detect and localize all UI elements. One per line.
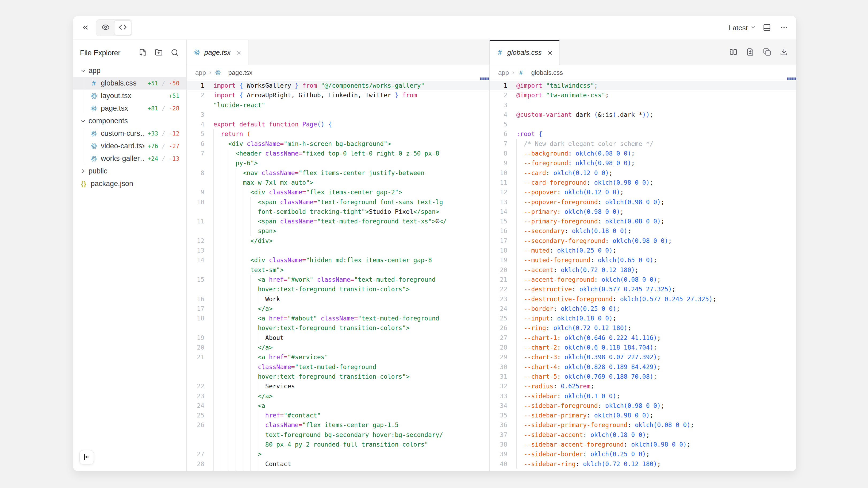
code-toggle-button[interactable] (114, 20, 131, 35)
breadcrumb-file[interactable]: page.tsx (228, 69, 252, 76)
close-tab-icon[interactable] (236, 50, 242, 55)
tree-item-works-galler-[interactable]: works-galler…+24 / -13 (73, 152, 186, 165)
code-line-wrap: hover:text-foreground transition-colors"… (187, 372, 489, 381)
file-diff-icon[interactable] (746, 48, 754, 57)
split-view-icon[interactable] (730, 48, 737, 57)
code-line: 9--foreground: oklch(0.98 0 0); (490, 158, 796, 168)
version-dropdown[interactable]: Latest (729, 24, 756, 32)
line-number: 6 (187, 139, 213, 149)
code-editor-page-tsx[interactable]: 1import { WorksGallery } from "@/compone… (187, 80, 489, 471)
breadcrumb-folder[interactable]: app (195, 69, 206, 76)
line-number (187, 430, 213, 440)
preview-toggle-button[interactable] (97, 20, 114, 35)
tab-label: globals.css (507, 48, 542, 57)
file-explorer-sidebar: File Explorer app#globals.css+51 / -50la… (73, 40, 187, 471)
code-line: 27> (187, 449, 489, 459)
code-editor-globals-css[interactable]: 1@import "tailwindcss";2@import "tw-anim… (490, 80, 796, 471)
line-number: 22 (490, 284, 516, 294)
code-line: 37--sidebar-accent: oklch(0.18 0 0); (490, 430, 796, 440)
file-name: package.json (91, 180, 133, 188)
new-folder-button[interactable] (154, 48, 163, 58)
code-line: 11--card-foreground: oklch(0.98 0 0); (490, 178, 796, 187)
line-number: 12 (490, 187, 516, 197)
line-number: 1 (187, 81, 213, 90)
code-line: 17--secondary-foreground: oklch(0.98 0 0… (490, 236, 796, 246)
new-file-button[interactable] (138, 48, 147, 58)
line-number: 20 (187, 343, 213, 352)
css-icon: # (517, 69, 525, 76)
code-line: 3 (490, 100, 796, 110)
code-line: 15--primary-foreground: oklch(0.08 0 0); (490, 217, 796, 226)
file-explorer-title: File Explorer (80, 49, 131, 57)
line-number: 27 (490, 333, 516, 343)
copy-icon[interactable] (763, 48, 771, 57)
tab-globals-css[interactable]: # globals.css (490, 40, 560, 65)
line-number: 3 (490, 100, 516, 110)
line-number: 17 (187, 304, 213, 314)
file-name: video-card.tsx (101, 142, 145, 150)
tabbar-globals: # globals.css (490, 40, 796, 65)
more-options-button[interactable] (778, 21, 790, 34)
close-tab-icon[interactable] (547, 50, 553, 55)
code-line: 31--chart-5: oklch(0.769 0.188 70.08); (490, 372, 796, 381)
new-file-icon (139, 48, 147, 57)
breadcrumb-folder[interactable]: app (498, 69, 509, 76)
react-icon (90, 105, 98, 112)
code-line-wrap: py-6"> (187, 158, 489, 168)
line-number: 32 (490, 381, 516, 391)
scroll-indicator[interactable] (787, 77, 796, 80)
code-line: 20</a> (187, 343, 489, 352)
code-line: 32--radius: 0.625rem; (490, 381, 796, 391)
code-line-wrap: text-foreground bg-secondary hover:bg-se… (187, 430, 489, 440)
code-icon (119, 23, 127, 32)
code-line: 7/* New dark elegant color scheme */ (490, 139, 796, 149)
line-number: 15 (187, 275, 213, 284)
line-number: 29 (187, 469, 213, 471)
code-line: 9<div className="flex items-center gap-2… (187, 187, 489, 197)
collapse-panel-button[interactable] (79, 21, 92, 34)
search-files-button[interactable] (170, 48, 180, 58)
code-line: 36--sidebar-primary-foreground: oklch(0.… (490, 420, 796, 430)
scroll-indicator[interactable] (480, 77, 489, 80)
chevron-down-icon (80, 118, 86, 124)
tree-item-layout.tsx[interactable]: layout.tsx+51 (73, 90, 186, 102)
tree-item-public[interactable]: public (73, 165, 186, 177)
line-number: 7 (187, 149, 213, 158)
code-line: 35--sidebar-primary: oklch(0.98 0 0); (490, 411, 796, 420)
breadcrumb-file[interactable]: globals.css (531, 69, 563, 76)
file-name: works-galler… (101, 155, 145, 163)
code-editor-window: Latest File Explorer a (73, 16, 797, 471)
chevron-right-icon: › (209, 69, 211, 76)
code-line: 24--border: oklch(0.25 0 0); (490, 304, 796, 314)
tree-guide-line (84, 129, 84, 164)
line-number: 8 (490, 149, 516, 158)
code-line: 24<a (187, 401, 489, 411)
code-line: 28--chart-2: oklch(0.6 0.118 184.704); (490, 343, 796, 352)
code-line: 38--sidebar-accent-foreground: oklch(0.9… (490, 440, 796, 449)
tree-item-video-card.tsx[interactable]: video-card.tsx+76 / -27 (73, 140, 186, 152)
line-number: 24 (490, 304, 516, 314)
editor-pane-page-tsx: page.tsx app › page.tsx 1import { WorksG… (187, 40, 490, 471)
collapse-sidebar-button[interactable] (80, 450, 94, 464)
code-line: 40--sidebar-ring: oklch(0.72 0.12 180); (490, 459, 796, 469)
css-icon: # (496, 48, 503, 56)
panel-bottom-icon (763, 24, 771, 32)
tree-item-custom-curs-[interactable]: custom-curs…+33 / -12 (73, 127, 186, 140)
tab-label: page.tsx (204, 48, 230, 57)
line-number: 25 (490, 314, 516, 323)
tab-page-tsx[interactable]: page.tsx (187, 40, 248, 65)
code-line: 23--destructive-foreground: oklch(0.577 … (490, 294, 796, 304)
line-number: 3 (187, 110, 213, 120)
code-line: 4export default function Page() { (187, 120, 489, 129)
toggle-console-button[interactable] (761, 21, 773, 34)
tree-item-package.json[interactable]: {}package.json (73, 177, 186, 190)
file-name: public (89, 167, 107, 175)
tree-item-components[interactable]: components (73, 115, 186, 127)
download-icon[interactable] (780, 48, 788, 57)
tree-item-globals.css[interactable]: #globals.css+51 / -50 (73, 77, 186, 90)
tree-item-page.tsx[interactable]: page.tsx+81 / -28 (73, 102, 186, 115)
tree-item-app[interactable]: app (73, 64, 186, 77)
tabbar-page: page.tsx (187, 40, 489, 65)
line-number: 7 (490, 139, 516, 149)
line-number: 1 (490, 81, 516, 90)
